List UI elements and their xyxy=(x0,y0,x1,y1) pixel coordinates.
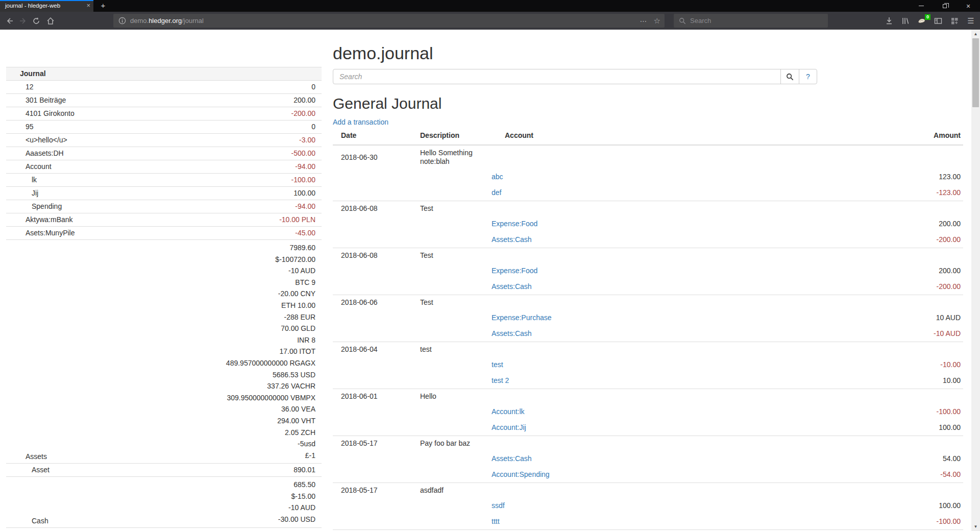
extension-button[interactable]: 0 xyxy=(917,16,927,26)
transaction-date: 2018-06-01 xyxy=(333,389,416,404)
posting-row: Assets:Cash-10 AUD xyxy=(333,326,963,342)
posting-row: Assets:Cash54.00 xyxy=(333,451,963,467)
account-balance: -500.00 xyxy=(138,149,315,158)
sidebars-button[interactable] xyxy=(933,16,943,26)
account-balance: 337.26 VACHR xyxy=(138,380,315,392)
posting-account-link[interactable]: def xyxy=(492,188,501,197)
account-balance: -45.00 xyxy=(138,229,315,237)
posting-amount: 123.00 xyxy=(641,169,963,185)
account-link[interactable]: Aktywa:mBank xyxy=(26,215,73,224)
journal-table-header-row: Date Description Account Amount xyxy=(333,130,963,145)
sidebar-account-row: <u>hello</u>-3.00 xyxy=(6,134,322,147)
journal-link[interactable]: Journal xyxy=(20,69,46,78)
account-link[interactable]: Account xyxy=(26,162,52,171)
account-link[interactable]: Spending xyxy=(32,202,62,210)
account-link[interactable]: 12 xyxy=(26,83,34,91)
posting-account-link[interactable]: tttt xyxy=(492,517,500,525)
back-button[interactable] xyxy=(4,15,15,27)
account-link[interactable]: Jij xyxy=(32,189,38,197)
browser-search-bar[interactable] xyxy=(674,14,828,28)
posting-amount: 200.00 xyxy=(641,216,963,232)
posting-account-link[interactable]: Account:lk xyxy=(492,407,525,416)
sidebar-account-row: 4101 Girokonto-200.00 xyxy=(6,107,322,120)
browser-search-input[interactable] xyxy=(690,17,813,25)
posting-account-link[interactable]: Assets:Cash xyxy=(492,235,532,244)
download-icon xyxy=(885,17,893,25)
tiles-button[interactable] xyxy=(949,16,960,26)
transaction-date: 2018-06-08 xyxy=(333,248,416,263)
add-transaction-link[interactable]: Add a transaction xyxy=(333,118,388,126)
account-link[interactable]: 95 xyxy=(26,123,34,131)
new-tab-button[interactable]: + xyxy=(97,0,109,11)
menu-button[interactable]: ☰ xyxy=(966,16,976,26)
account-balance: 2.05 ZCH xyxy=(138,427,315,439)
posting-account-link[interactable]: test xyxy=(492,360,503,369)
scrollbar[interactable]: ▲ ▼ xyxy=(971,30,980,531)
posting-amount: -10 AUD xyxy=(641,326,963,342)
tab-close-icon[interactable]: × xyxy=(86,0,90,11)
posting-account-link[interactable]: Assets:Cash xyxy=(492,282,532,291)
window-minimize-button[interactable] xyxy=(910,0,933,12)
account-balance: -94.00 xyxy=(138,202,315,211)
account-balance: 685.50 xyxy=(138,479,315,491)
account-link[interactable]: 301 Beiträge xyxy=(26,96,66,104)
account-link[interactable]: 4101 Girokonto xyxy=(26,109,75,117)
posting-account-link[interactable]: Expense:Food xyxy=(492,267,537,275)
posting-amount: -10.00 xyxy=(641,357,963,373)
home-button[interactable] xyxy=(45,15,56,27)
posting-row: Expense:Food200.00 xyxy=(333,263,963,279)
account-balance: 294.00 VHT xyxy=(138,415,315,427)
account-balance: 7989.60 xyxy=(138,242,315,254)
window-close-button[interactable]: × xyxy=(957,0,980,12)
account-link[interactable]: Cash xyxy=(32,517,48,525)
account-link[interactable]: Aaasets:DH xyxy=(26,149,64,157)
home-icon xyxy=(46,17,55,25)
bookmark-star-icon[interactable]: ☆ xyxy=(654,16,660,26)
account-balance: -30.00 USD xyxy=(138,514,315,525)
transaction-description: Test xyxy=(416,201,487,216)
page-title: demo.journal xyxy=(333,43,433,63)
account-link[interactable]: Assets xyxy=(26,452,47,461)
posting-row: Expense:Purchase10 AUD xyxy=(333,310,963,326)
forward-button[interactable] xyxy=(17,15,29,27)
url-bar[interactable]: demo.hledger.org/journal ⋯ ☆ xyxy=(113,14,665,28)
account-link[interactable]: <u>hello</u> xyxy=(26,136,67,144)
posting-account-link[interactable]: Account:Jij xyxy=(492,423,526,431)
sidebar-account-row: Account-94.00 xyxy=(6,160,322,174)
sidebar-table-body: Journal 120301 Beiträge200.004101 Giroko… xyxy=(6,67,322,531)
posting-account-link[interactable]: abc xyxy=(492,173,503,181)
search-help-button[interactable]: ? xyxy=(799,69,817,84)
posting-account-link[interactable]: Assets:Cash xyxy=(492,329,532,337)
sidebar-account-row: -117.00 xyxy=(6,527,322,531)
journal-table-body: 2018-06-30Hello Something note:blahabc12… xyxy=(333,145,963,531)
scroll-down-arrow-icon[interactable]: ▼ xyxy=(971,522,980,531)
sidebar-account-row: Aktywa:mBank-10.00 PLN xyxy=(6,213,322,227)
posting-account-link[interactable]: Expense:Food xyxy=(492,220,537,228)
site-info-icon[interactable] xyxy=(118,17,126,25)
window-restore-button[interactable] xyxy=(933,0,957,12)
posting-account-link[interactable]: Assets:Cash xyxy=(492,454,532,463)
account-link[interactable]: Asset xyxy=(32,466,50,474)
account-balance: -200.00 xyxy=(138,109,315,118)
account-balance: 200.00 xyxy=(138,96,315,105)
browser-tab[interactable]: journal - hledger-web × xyxy=(0,0,93,12)
page-actions-icon[interactable]: ⋯ xyxy=(640,17,648,25)
library-button[interactable] xyxy=(900,16,911,26)
posting-account-link[interactable]: test 2 xyxy=(492,376,509,384)
scroll-up-arrow-icon[interactable]: ▲ xyxy=(971,30,980,38)
column-header-date: Date xyxy=(333,130,416,145)
reload-button[interactable] xyxy=(31,15,42,27)
downloads-button[interactable] xyxy=(884,16,894,26)
journal-search-button[interactable] xyxy=(780,69,799,84)
account-balance: 0 xyxy=(138,83,315,91)
scrollbar-thumb[interactable] xyxy=(972,38,979,107)
posting-account-link[interactable]: Account:Spending xyxy=(492,470,550,478)
journal-search-input[interactable] xyxy=(333,69,781,84)
account-balance: 309.950000000000 VBMPX xyxy=(138,392,315,404)
library-icon xyxy=(901,17,910,25)
posting-account-link[interactable]: Expense:Purchase xyxy=(492,313,552,322)
account-balance: 100.00 xyxy=(138,189,315,198)
account-link[interactable]: Asets:MunyPile xyxy=(26,229,75,237)
account-link[interactable]: lk xyxy=(32,176,37,184)
posting-account-link[interactable]: ssdf xyxy=(492,501,505,510)
